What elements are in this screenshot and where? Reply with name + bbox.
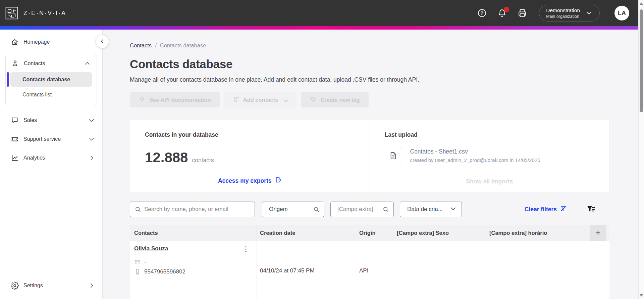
chevron-right-icon <box>88 155 95 161</box>
plug-icon <box>139 96 146 104</box>
chevron-down-icon <box>88 117 95 124</box>
scrollbar-up-arrow[interactable] <box>639 2 643 5</box>
upload-filename: Contatos - Sheet1.csv <box>410 148 540 155</box>
organization-name: Demonstration <box>546 7 580 13</box>
zenvia-logo-icon <box>5 6 19 20</box>
see-api-documentation-button[interactable]: See API documentation <box>130 92 220 108</box>
summary-cards: Contacts in your database 12.888 contact… <box>130 120 609 193</box>
breadcrumb-contacts[interactable]: Contacts <box>130 42 152 49</box>
card-title: Contacts in your database <box>145 131 355 138</box>
row-menu-button[interactable] <box>242 245 250 254</box>
printer-button[interactable] <box>518 8 527 18</box>
contact-name-link[interactable]: Olivia Souza <box>134 245 168 252</box>
upload-file-info: Contatos - Sheet1.csv created by user_ad… <box>410 148 540 163</box>
organization-subtitle: Main organization <box>546 14 580 19</box>
home-icon <box>11 38 19 46</box>
advanced-filters-button[interactable] <box>587 205 596 214</box>
show-all-imports-link[interactable]: Show all imports <box>370 178 609 185</box>
upload-file-row: Contatos - Sheet1.csv created by user_ad… <box>385 147 595 164</box>
upload-meta: created by user_admin_2_prod@uorak.com i… <box>410 157 540 163</box>
contacts-count-value: 12.888 <box>145 150 188 166</box>
chevron-down-icon <box>282 97 288 103</box>
app-window: Z·E·N·V·I·A ? <box>0 0 644 299</box>
notifications-button[interactable] <box>497 8 507 18</box>
contact-cell: Olivia Souza <box>130 241 257 299</box>
table-header: Contacts Creation date Origin [Campo ext… <box>130 225 609 241</box>
contacts-count-card: Contacts in your database 12.888 contact… <box>130 120 370 193</box>
search-field-wrap <box>130 202 255 217</box>
sidebar-collapse-button[interactable] <box>96 35 109 48</box>
add-column-button[interactable]: + <box>590 225 606 241</box>
filter-bar: Data de cria... Clear filters <box>130 202 609 217</box>
mobile-phone-icon <box>134 268 141 275</box>
create-new-tag-button[interactable]: Create new tag <box>301 92 368 108</box>
ticket-icon <box>11 135 19 143</box>
scrollbar-down-arrow[interactable] <box>639 294 643 297</box>
chevron-down-icon <box>450 205 457 214</box>
svg-text:?: ? <box>481 10 484 16</box>
brand-gradient-bar <box>0 26 638 30</box>
sidebar-item-contacts-database[interactable]: Contacts database <box>10 72 92 87</box>
main-content: Contacts / Contacts database Contacts da… <box>103 30 638 299</box>
contact-email-line: - <box>134 259 257 265</box>
breadcrumb: Contacts / Contacts database <box>130 42 609 49</box>
sidebar-item-contacts-list[interactable]: Contacts list <box>10 87 92 102</box>
tag-icon <box>310 96 317 104</box>
sidebar-item-sales[interactable]: Sales <box>0 111 102 130</box>
sidebar-footer: Settings <box>0 273 102 299</box>
contact-email: - <box>144 259 146 265</box>
envelope-icon <box>134 259 141 265</box>
person-plus-icon <box>232 96 239 104</box>
add-contacts-button[interactable]: Add contacts <box>224 92 297 108</box>
column-header-campo-extra-sexo: [Campo extra] Sexo <box>397 230 489 236</box>
help-icon: ? <box>477 14 487 19</box>
vertical-scrollbar[interactable] <box>638 0 644 299</box>
sidebar-item-support-service[interactable]: Support service <box>0 130 102 148</box>
avatar[interactable]: LA <box>614 6 629 20</box>
button-label: Create new tag <box>320 97 360 103</box>
sidebar: Homepage Contacts <box>0 30 103 299</box>
origem-filter-wrap <box>262 202 324 217</box>
sidebar-item-analytics[interactable]: Analytics <box>0 148 102 167</box>
chevron-down-icon <box>88 136 95 142</box>
card-title: Last upload <box>385 131 595 138</box>
bell-icon <box>497 14 507 19</box>
analytics-chart-icon <box>11 154 19 162</box>
organization-info: Demonstration Main organization <box>546 7 580 19</box>
kebab-menu-icon <box>242 249 250 255</box>
sidebar-item-settings[interactable]: Settings <box>0 277 102 294</box>
access-my-exports-link[interactable]: Access my exports <box>130 176 370 185</box>
sidebar-item-homepage[interactable]: Homepage <box>0 34 102 50</box>
chevron-left-icon <box>99 38 105 45</box>
campo-extra-filter-wrap <box>330 202 394 217</box>
page: Z·E·N·V·I·A ? <box>0 0 638 299</box>
search-input[interactable] <box>130 202 255 217</box>
filter-clear-icon <box>560 205 567 214</box>
sidebar-item-label: Analytics <box>23 155 88 161</box>
campo-extra-filter-input[interactable] <box>330 202 394 217</box>
clear-filters-button[interactable]: Clear filters <box>525 205 567 214</box>
brand[interactable]: Z·E·N·V·I·A <box>5 6 66 20</box>
scrollbar-thumb[interactable] <box>640 9 643 112</box>
printer-icon <box>518 14 527 19</box>
column-header-creation-date: Creation date <box>257 230 359 236</box>
help-button[interactable]: ? <box>477 8 487 18</box>
creation-date-cell: 04/10/24 at 07:45 PM <box>257 241 359 299</box>
sidebar-item-contacts[interactable]: Contacts <box>6 55 97 72</box>
contact-phone: 5547965596802 <box>144 268 185 275</box>
contacts-count: 12.888 contacts <box>145 150 355 166</box>
sidebar-item-label: Settings <box>23 283 88 289</box>
breadcrumb-current: Contacts database <box>160 42 206 49</box>
contacts-count-unit: contacts <box>192 157 214 164</box>
origem-filter-input[interactable] <box>262 202 324 217</box>
last-upload-card: Last upload Contatos - Sheet1.csv creat <box>370 120 609 193</box>
organization-switcher[interactable]: Demonstration Main organization <box>539 5 600 22</box>
topbar-actions: ? <box>477 5 629 22</box>
action-bar: See API documentation Add contacts <box>130 92 609 108</box>
body: Homepage Contacts <box>0 30 638 299</box>
breadcrumb-separator: / <box>155 42 157 49</box>
topbar: Z·E·N·V·I·A ? <box>0 0 638 26</box>
origin-cell: API <box>359 241 397 299</box>
creation-date-filter-select[interactable]: Data de cria... <box>400 202 462 217</box>
page-title: Contacts database <box>130 57 609 71</box>
